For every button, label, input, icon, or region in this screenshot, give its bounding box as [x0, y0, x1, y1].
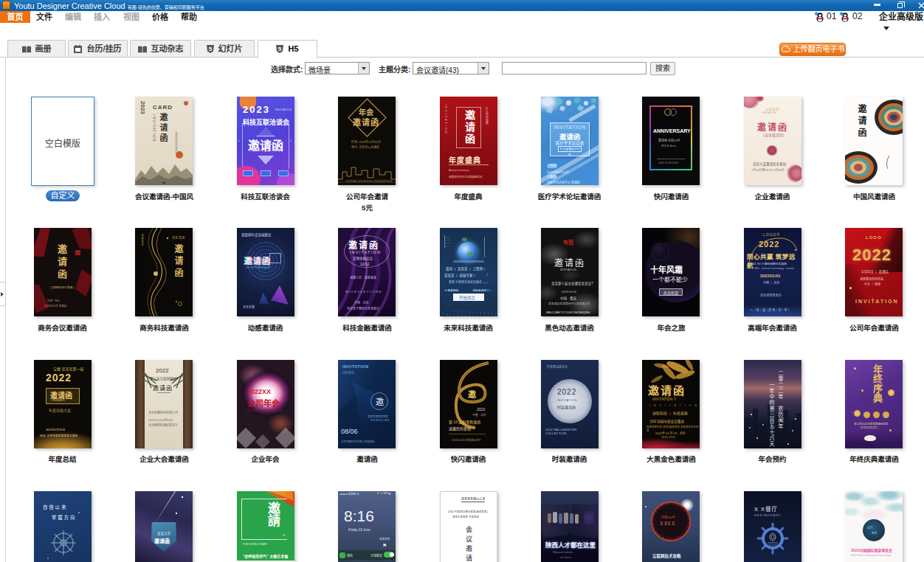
svg-text:5: 5 — [208, 46, 212, 52]
svg-text:5: 5 — [278, 46, 282, 52]
